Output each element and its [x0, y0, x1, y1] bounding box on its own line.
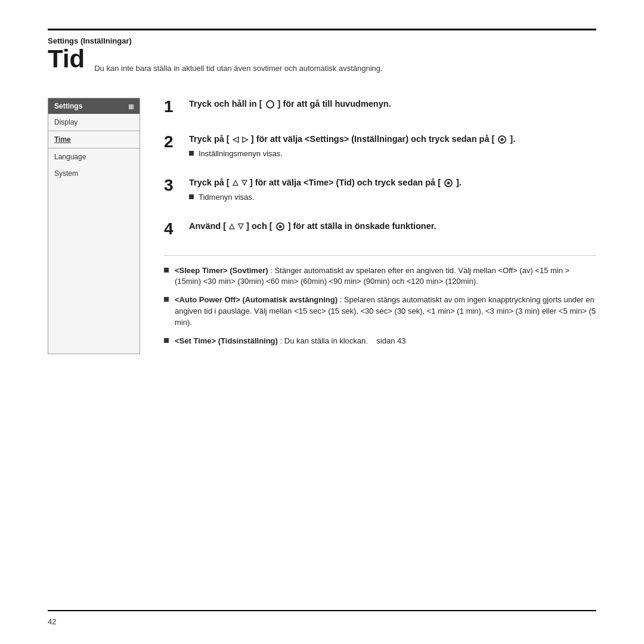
header-left: Settings (Inställningar) Tid Du kan inte…	[48, 36, 383, 74]
note-set-time: <Set Time> (Tidsinställning) : Du kan st…	[164, 336, 596, 347]
step-2-text: Tryck på [ ◁ ▷ ] för att välja <Settings…	[189, 133, 596, 160]
step-4-text: Använd [ △ ▽ ] och [ ] för att ställa in…	[189, 220, 596, 233]
bullet-icon	[189, 151, 194, 156]
header: Settings (Inställningar) Tid Du kan inte…	[48, 29, 596, 74]
note-auto-power-off: <Auto Power Off> (Automatisk avstängning…	[164, 295, 596, 329]
menu-icon: ▦	[128, 103, 134, 110]
sidebar-item-system[interactable]: System	[48, 165, 140, 182]
step-1-number: 1	[164, 98, 183, 116]
step-4-number: 4	[164, 220, 183, 239]
step-2-bullet-1: Inställningsmenyn visas.	[189, 148, 596, 160]
down-icon-2: ▽	[238, 221, 243, 231]
sidebar-item-language[interactable]: Language	[48, 148, 140, 165]
step-3-bullet-1: Tidmenyn visas.	[189, 192, 596, 203]
note-bullet-2	[164, 297, 169, 302]
page-wrapper: Settings (Inställningar) Tid Du kan inte…	[0, 0, 644, 644]
note-auto-power-off-text: <Auto Power Off> (Automatisk avstängning…	[175, 295, 596, 329]
steps-area: 1 Tryck och håll in [ ] för att gå till …	[164, 98, 596, 354]
note-bullet-3	[164, 338, 169, 343]
left-arrow-icon: ◁	[233, 134, 239, 145]
step-3-number: 3	[164, 177, 183, 195]
notes-section: <Sleep Timer> (Sovtimer) : Stänger autom…	[164, 255, 596, 347]
sidebar-item-display[interactable]: Display	[48, 114, 140, 131]
note-sleep-timer-text: <Sleep Timer> (Sovtimer) : Stänger autom…	[175, 265, 596, 288]
note-bullet-1	[164, 268, 169, 273]
power-icon	[266, 100, 274, 109]
note-sleep-timer: <Sleep Timer> (Sovtimer) : Stänger autom…	[164, 265, 596, 288]
right-arrow-icon: ▷	[242, 134, 248, 145]
sidebar-title: Settings	[54, 102, 82, 110]
step-3-sub: Tidmenyn visas.	[189, 192, 596, 203]
main-content: Settings ▦ Display Time Language System …	[48, 98, 596, 354]
page-line	[48, 610, 596, 611]
step-2: 2 Tryck på [ ◁ ▷ ] för att välja <Settin…	[164, 133, 596, 160]
settings-instellningar-label: Settings (Inställningar)	[48, 36, 383, 45]
step-2-sub: Inställningsmenyn visas.	[189, 148, 596, 160]
up-icon-2: △	[229, 221, 234, 231]
step-1: 1 Tryck och håll in [ ] för att gå till …	[164, 98, 596, 116]
sidebar-item-time[interactable]: Time	[48, 131, 140, 148]
step-1-text: Tryck och håll in [ ] för att gå till hu…	[189, 98, 596, 110]
page-number: 42	[48, 617, 56, 626]
tid-title: Tid	[48, 47, 85, 72]
step-3: 3 Tryck på [ △ ▽ ] för att välja <Time> …	[164, 177, 596, 203]
down-icon: ▽	[242, 178, 247, 188]
note-set-time-text: <Set Time> (Tidsinställning) : Du kan st…	[175, 336, 406, 347]
enter-icon-3	[276, 222, 284, 231]
up-icon: △	[233, 178, 238, 188]
step-4: 4 Använd [ △ ▽ ] och [ ] för att ställa …	[164, 220, 596, 239]
sidebar-menu: Settings ▦ Display Time Language System	[48, 98, 140, 354]
step-3-text: Tryck på [ △ ▽ ] för att välja <Time> (T…	[189, 177, 596, 203]
step-2-number: 2	[164, 133, 183, 151]
enter-icon-2	[444, 179, 453, 187]
bullet-icon	[189, 194, 194, 199]
enter-icon	[498, 135, 506, 144]
sidebar-header: Settings ▦	[48, 98, 140, 114]
header-row: Tid Du kan inte bara ställa in aktuell t…	[48, 47, 383, 74]
header-description: Du kan inte bara ställa in aktuell tid u…	[94, 47, 382, 74]
